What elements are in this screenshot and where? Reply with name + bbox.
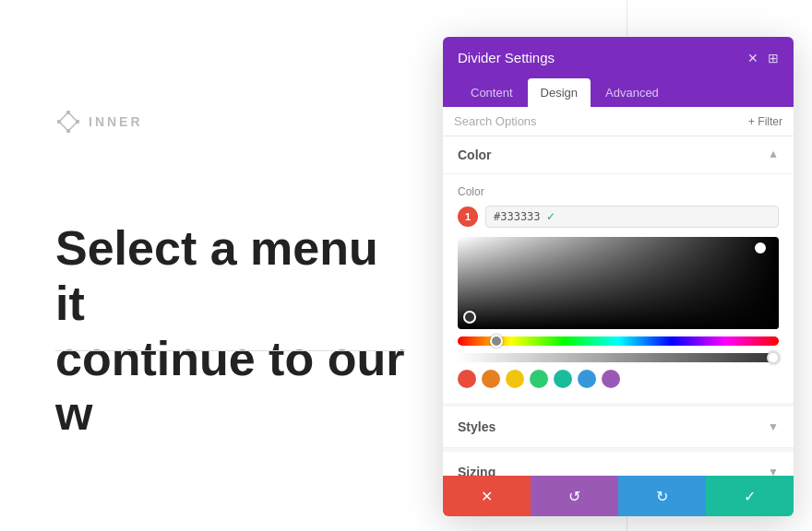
save-icon: ✓ bbox=[744, 488, 756, 505]
opacity-slider[interactable] bbox=[458, 353, 779, 362]
swatch-orange[interactable] bbox=[482, 370, 500, 388]
panel-body: Search Options + Filter Color ▼ Color 1 … bbox=[443, 107, 794, 476]
panel-footer: ✕ ↺ ↻ ✓ bbox=[443, 476, 794, 516]
color-section-body: Color 1 #333333 ✓ bbox=[443, 174, 794, 403]
color-field-label: Color bbox=[458, 185, 779, 198]
gradient-overlay bbox=[458, 237, 779, 329]
color-index-badge: 1 bbox=[458, 206, 478, 227]
hero-line1: Select a menu it bbox=[55, 221, 406, 332]
save-button[interactable]: ✓ bbox=[706, 476, 794, 516]
logo-icon bbox=[55, 109, 81, 135]
panel-expand-icon[interactable]: ⊞ bbox=[768, 51, 779, 65]
search-bar: Search Options + Filter bbox=[443, 107, 794, 136]
swatch-red[interactable] bbox=[458, 370, 476, 388]
tab-design[interactable]: Design bbox=[528, 78, 591, 107]
tab-content[interactable]: Content bbox=[458, 78, 526, 107]
color-chevron-icon: ▼ bbox=[768, 148, 779, 161]
opacity-handle[interactable] bbox=[767, 351, 780, 364]
hero-line2: continue to our w bbox=[55, 332, 406, 442]
panel-close-icon[interactable]: ✕ bbox=[747, 51, 758, 65]
color-section: Color ▼ Color 1 #333333 ✓ bbox=[443, 136, 794, 403]
styles-chevron-icon: ▼ bbox=[768, 420, 779, 433]
panel-title: Divider Settings bbox=[458, 50, 555, 65]
divider-settings-panel: Divider Settings ✕ ⊞ Content Design Adva… bbox=[443, 37, 794, 516]
sizing-section: Sizing ▼ bbox=[443, 452, 794, 476]
color-hex-value: #333333 bbox=[494, 210, 541, 223]
hue-handle[interactable] bbox=[490, 335, 503, 348]
styles-section-header[interactable]: Styles ▼ bbox=[443, 407, 794, 448]
undo-button[interactable]: ↺ bbox=[531, 476, 618, 516]
redo-icon: ↻ bbox=[656, 488, 668, 505]
hue-slider-row bbox=[458, 336, 779, 346]
swatch-blue[interactable] bbox=[578, 370, 596, 388]
filter-button[interactable]: + Filter bbox=[748, 115, 782, 128]
swatch-yellow[interactable] bbox=[506, 370, 524, 388]
swatch-teal[interactable] bbox=[554, 370, 572, 388]
tab-advanced[interactable]: Advanced bbox=[592, 78, 672, 107]
sizing-section-title: Sizing bbox=[458, 465, 496, 476]
gradient-handle-light[interactable] bbox=[755, 242, 766, 254]
cancel-icon: ✕ bbox=[481, 488, 493, 505]
sizing-chevron-icon: ▼ bbox=[768, 466, 779, 476]
panel-header-icons: ✕ ⊞ bbox=[747, 51, 779, 65]
cancel-button[interactable]: ✕ bbox=[443, 476, 531, 516]
search-options-label[interactable]: Search Options bbox=[454, 114, 537, 128]
undo-icon: ↺ bbox=[568, 488, 580, 505]
color-picker-row: 1 #333333 ✓ bbox=[458, 206, 779, 228]
page-divider bbox=[55, 350, 406, 351]
panel-tabs: Content Design Advanced bbox=[443, 78, 794, 107]
styles-section-title: Styles bbox=[458, 419, 496, 434]
filter-plus-icon: + Filter bbox=[748, 115, 782, 128]
inner-logo: INNER bbox=[55, 109, 143, 135]
color-input-box[interactable]: #333333 ✓ bbox=[485, 206, 779, 228]
opacity-slider-row bbox=[458, 353, 779, 362]
gradient-canvas[interactable] bbox=[458, 237, 779, 329]
panel-header: Divider Settings ✕ ⊞ bbox=[443, 37, 794, 78]
gradient-handle-dark[interactable] bbox=[463, 311, 476, 324]
swatches-row bbox=[458, 370, 779, 388]
sizing-section-header[interactable]: Sizing ▼ bbox=[443, 452, 794, 476]
styles-section: Styles ▼ bbox=[443, 407, 794, 448]
logo-text: INNER bbox=[89, 114, 143, 129]
color-confirm-icon[interactable]: ✓ bbox=[546, 210, 555, 223]
swatch-green[interactable] bbox=[530, 370, 548, 388]
color-section-title: Color bbox=[458, 148, 492, 162]
color-section-header[interactable]: Color ▼ bbox=[443, 136, 794, 174]
swatch-purple[interactable] bbox=[602, 370, 620, 388]
hue-slider[interactable] bbox=[458, 336, 779, 346]
redo-button[interactable]: ↻ bbox=[618, 476, 706, 516]
hero-text: Select a menu it continue to our w bbox=[55, 221, 406, 442]
